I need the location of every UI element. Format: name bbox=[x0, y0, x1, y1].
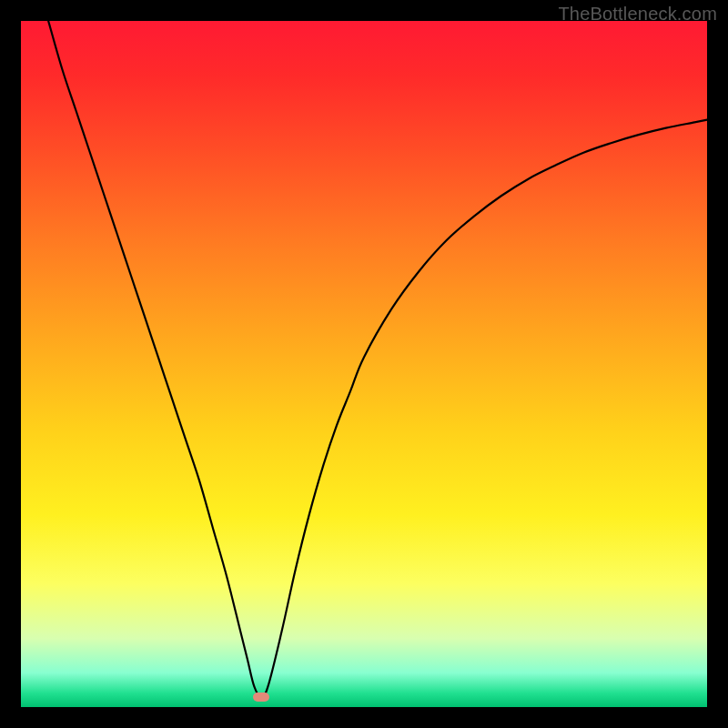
plot-area bbox=[21, 21, 707, 707]
optimal-point-marker bbox=[253, 693, 269, 702]
watermark-text: TheBottleneck.com bbox=[558, 4, 717, 25]
bottleneck-curve bbox=[21, 21, 707, 707]
chart-frame: TheBottleneck.com bbox=[0, 0, 728, 728]
